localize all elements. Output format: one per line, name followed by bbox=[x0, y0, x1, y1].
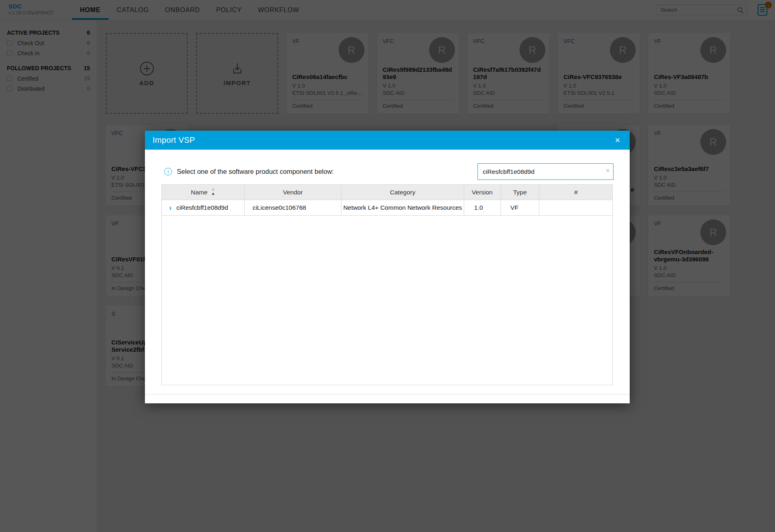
cell-value: 1.0 bbox=[474, 204, 483, 211]
column-header-hash[interactable]: # bbox=[539, 185, 612, 200]
column-label: Vendor bbox=[283, 189, 303, 196]
vsp-table: Name ^ ▲ Vendor Category Version Type # … bbox=[161, 184, 613, 385]
table-empty-area bbox=[162, 216, 612, 385]
column-header-name[interactable]: Name ^ ▲ bbox=[162, 185, 245, 200]
table-header-row: Name ^ ▲ Vendor Category Version Type # bbox=[162, 185, 612, 200]
modal-footer bbox=[145, 394, 630, 403]
cell-value: ciResfcbff1e08d9d bbox=[176, 204, 228, 211]
column-label: # bbox=[574, 189, 578, 196]
cell-name: › ciResfcbff1e08d9d bbox=[162, 200, 245, 215]
close-icon[interactable]: × bbox=[611, 134, 624, 147]
clear-icon[interactable]: × bbox=[605, 167, 610, 175]
sort-asc-icon: ^ ▲ bbox=[211, 190, 215, 195]
import-vsp-modal: Import VSP × i Select one of the softwar… bbox=[145, 131, 630, 403]
modal-instruction-label: Select one of the software product compo… bbox=[177, 168, 334, 175]
modal-title: Import VSP bbox=[153, 136, 195, 145]
cell-value: Network L4+ Common Network Resources bbox=[343, 204, 462, 211]
cell-type: VF bbox=[501, 200, 540, 215]
column-header-vendor[interactable]: Vendor bbox=[245, 185, 342, 200]
column-header-version[interactable]: Version bbox=[464, 185, 501, 200]
cell-hash bbox=[539, 200, 612, 215]
cell-value: VF bbox=[511, 204, 519, 211]
column-label: Type bbox=[513, 189, 527, 196]
cell-value: ciLicense0c106768 bbox=[253, 204, 306, 211]
vsp-filter-box: × bbox=[478, 163, 614, 180]
vsp-table-frame: Name ^ ▲ Vendor Category Version Type # … bbox=[161, 184, 613, 385]
modal-info-row: i Select one of the software product com… bbox=[164, 163, 614, 180]
column-label: Name bbox=[191, 189, 207, 196]
column-label: Category bbox=[390, 189, 415, 196]
chevron-right-icon[interactable]: › bbox=[169, 204, 172, 211]
cell-version: 1.0 bbox=[464, 200, 501, 215]
table-row[interactable]: › ciResfcbff1e08d9d ciLicense0c106768 Ne… bbox=[162, 200, 612, 216]
modal-header: Import VSP bbox=[145, 131, 630, 150]
vsp-filter-input[interactable] bbox=[478, 163, 614, 180]
column-header-type[interactable]: Type bbox=[501, 185, 540, 200]
cell-vendor: ciLicense0c106768 bbox=[245, 200, 342, 215]
cell-category: Network L4+ Common Network Resources bbox=[341, 200, 464, 215]
column-label: Version bbox=[472, 189, 493, 196]
info-icon: i bbox=[164, 168, 172, 175]
column-header-category[interactable]: Category bbox=[341, 185, 464, 200]
